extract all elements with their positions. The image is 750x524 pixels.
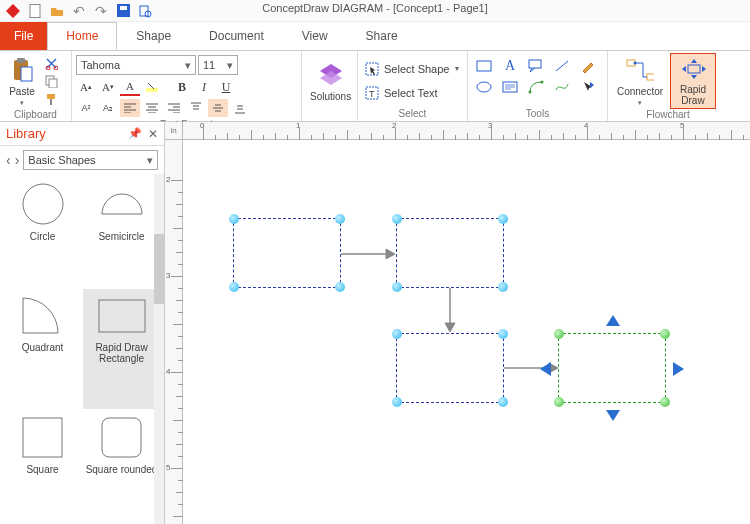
tool-pointer[interactable] (578, 78, 598, 96)
flowchart-rect[interactable] (396, 218, 504, 288)
tool-textbox[interactable] (500, 78, 520, 96)
undo-icon[interactable]: ↶ (72, 4, 86, 18)
save-icon[interactable] (116, 4, 130, 18)
shape-square-rounded[interactable]: Square rounded (83, 411, 160, 520)
tool-rectangle[interactable] (474, 57, 494, 75)
svg-point-29 (23, 184, 63, 224)
pin-icon[interactable]: 📌 (128, 127, 142, 140)
chevron-down-icon: ▾ (227, 59, 233, 72)
font-combo[interactable]: Tahoma▾ (76, 55, 196, 75)
rapid-draw-handle-down[interactable] (606, 410, 620, 421)
tool-line[interactable] (552, 57, 572, 75)
flowchart-rect[interactable] (396, 333, 504, 403)
svg-rect-7 (17, 58, 25, 63)
flowchart-rect[interactable] (233, 218, 341, 288)
open-icon[interactable] (50, 4, 64, 18)
connector-arrow[interactable] (341, 246, 396, 262)
font-color-icon[interactable]: A (120, 78, 140, 96)
align-middle-icon[interactable] (208, 99, 228, 117)
connector-icon (626, 56, 654, 84)
tab-home[interactable]: Home (47, 22, 117, 50)
tool-arc[interactable] (526, 78, 546, 96)
shape-semicircle[interactable]: Semicircle (83, 178, 160, 287)
shrink-font-icon[interactable]: A▾ (98, 78, 118, 96)
library-title: Library (6, 126, 46, 141)
ribbon: Paste ▾ Clipboard Tahoma▾ 11▾ A▴ A▾ A (0, 50, 750, 122)
group-solutions: Solutions (302, 51, 358, 121)
tab-view[interactable]: View (283, 22, 347, 50)
connector-arrow[interactable] (442, 288, 458, 333)
svg-rect-26 (647, 74, 654, 80)
new-icon[interactable] (28, 4, 42, 18)
preview-icon[interactable] (138, 4, 152, 18)
align-center-icon[interactable] (142, 99, 162, 117)
subscript-icon[interactable]: A₂ (98, 99, 118, 117)
canvas[interactable] (183, 140, 750, 524)
rapid-draw-icon (679, 56, 707, 82)
workspace: Library 📌 ✕ ‹ › Basic Shapes▾ Circle Sem… (0, 122, 750, 524)
select-text-icon: T (364, 85, 380, 101)
lib-back-icon[interactable]: ‹ (6, 152, 11, 168)
svg-rect-0 (6, 4, 20, 18)
select-shape-button[interactable]: Select Shape ▾ (364, 61, 461, 77)
svg-rect-20 (529, 60, 541, 68)
rapid-draw-handle-right[interactable] (673, 362, 684, 376)
file-tab[interactable]: File (0, 22, 47, 50)
shape-circle[interactable]: Circle (4, 178, 81, 287)
rapid-draw-button[interactable]: Rapid Draw (670, 53, 716, 109)
bold-icon[interactable]: B (172, 78, 192, 96)
quick-access-toolbar: ↶ ↷ (0, 0, 750, 22)
highlight-icon[interactable] (142, 78, 162, 96)
paste-button[interactable]: Paste ▾ (4, 53, 40, 109)
italic-icon[interactable]: I (194, 78, 214, 96)
svg-rect-31 (23, 418, 62, 457)
connector-button[interactable]: Connector ▾ (612, 53, 668, 109)
fontsize-combo[interactable]: 11▾ (198, 55, 238, 75)
solutions-button[interactable]: Solutions (306, 53, 355, 109)
chevron-down-icon: ▾ (638, 99, 642, 107)
library-scrollbar[interactable] (154, 174, 164, 524)
tool-spline[interactable] (552, 78, 572, 96)
shape-square[interactable]: Square (4, 411, 81, 520)
svg-rect-3 (120, 6, 127, 10)
svg-point-21 (477, 82, 491, 92)
select-text-button[interactable]: T Select Text (364, 85, 461, 101)
svg-rect-8 (21, 67, 32, 81)
format-painter-icon[interactable] (42, 91, 60, 107)
library-category-combo[interactable]: Basic Shapes▾ (23, 150, 158, 170)
copy-icon[interactable] (42, 73, 60, 89)
tab-document[interactable]: Document (190, 22, 283, 50)
flowchart-rect-selected[interactable] (558, 333, 666, 403)
svg-rect-19 (477, 61, 491, 71)
close-icon[interactable]: ✕ (148, 127, 158, 141)
svg-rect-32 (102, 418, 141, 457)
svg-rect-2 (117, 4, 130, 17)
ruler-horizontal: 012345 (183, 122, 750, 140)
rapid-draw-handle-left[interactable] (540, 362, 551, 376)
tool-callout[interactable] (526, 57, 546, 75)
tool-text[interactable]: A (500, 57, 520, 75)
shape-quadrant[interactable]: Quadrant (4, 289, 81, 409)
svg-rect-1 (30, 4, 40, 17)
align-top-icon[interactable] (186, 99, 206, 117)
shape-rapid-draw-rectangle[interactable]: Rapid Draw Rectangle (83, 289, 160, 409)
tab-share[interactable]: Share (347, 22, 417, 50)
align-left-icon[interactable] (120, 99, 140, 117)
chevron-down-icon: ▾ (147, 154, 153, 167)
rapid-draw-handle-up[interactable] (606, 315, 620, 326)
lib-fwd-icon[interactable]: › (15, 152, 20, 168)
tab-shape[interactable]: Shape (117, 22, 190, 50)
tool-pencil[interactable] (578, 57, 598, 75)
superscript-icon[interactable]: A² (76, 99, 96, 117)
grow-font-icon[interactable]: A▴ (76, 78, 96, 96)
align-right-icon[interactable] (164, 99, 184, 117)
align-bottom-icon[interactable] (230, 99, 250, 117)
app-icon (6, 4, 20, 18)
group-flowchart: Connector ▾ Rapid Draw Flowchart (608, 51, 728, 121)
svg-text:T: T (369, 89, 375, 99)
svg-rect-14 (50, 99, 52, 105)
underline-icon[interactable]: U (216, 78, 236, 96)
redo-icon[interactable]: ↷ (94, 4, 108, 18)
cut-icon[interactable] (42, 55, 60, 71)
tool-ellipse[interactable] (474, 78, 494, 96)
